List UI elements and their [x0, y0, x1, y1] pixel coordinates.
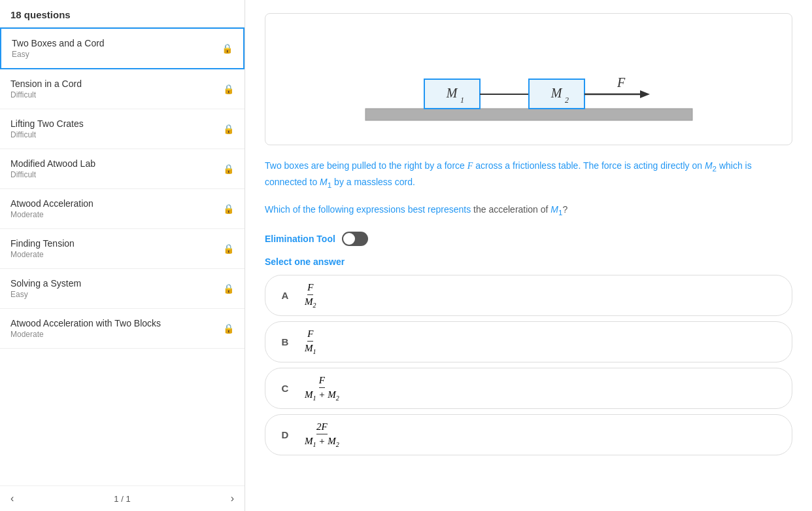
answer-math-c: F M1 + M2: [305, 375, 339, 402]
sidebar-item-title: Two Boxes and a Cord: [12, 38, 105, 48]
answer-option-d[interactable]: D 2F M1 + M2: [265, 414, 792, 455]
sidebar-item-difficulty: Easy: [12, 50, 105, 59]
svg-text:F: F: [617, 75, 626, 90]
desc-text-1: Two boxes are being pulled to the right …: [265, 160, 467, 171]
sidebar-item-tension-cord[interactable]: Tension in a Cord Difficult 🔒: [0, 69, 245, 109]
lock-icon: 🔒: [223, 124, 234, 134]
svg-rect-0: [365, 109, 692, 120]
answer-letter-d: D: [279, 429, 292, 440]
sidebar-item-two-boxes[interactable]: Two Boxes and a Cord Easy 🔒: [0, 27, 245, 69]
page-indicator: 1 / 1: [114, 494, 130, 504]
sidebar-item-title: Modified Atwood Lab: [10, 158, 95, 169]
question-part2: the acceleration of: [471, 204, 550, 215]
prev-arrow[interactable]: ‹: [10, 493, 14, 504]
sidebar-item-atwood-acceleration[interactable]: Atwood Acceleration Moderate 🔒: [0, 189, 245, 229]
next-arrow[interactable]: ›: [231, 493, 234, 504]
svg-text:M: M: [550, 86, 562, 100]
answer-letter-c: C: [279, 383, 292, 394]
diagram-svg: M 1 M 2 F: [346, 27, 712, 132]
svg-text:2: 2: [565, 96, 569, 105]
svg-text:1: 1: [460, 96, 464, 105]
sidebar-item-atwood-two-blocks[interactable]: Atwood Acceleration with Two Blocks Mode…: [0, 309, 245, 349]
sidebar-item-modified-atwood[interactable]: Modified Atwood Lab Difficult 🔒: [0, 149, 245, 189]
select-label-text: Select one answer: [265, 256, 345, 267]
sidebar-item-solving-system[interactable]: Solving a System Easy 🔒: [0, 269, 245, 309]
answer-letter-b: B: [279, 336, 292, 347]
lock-icon: 🔒: [223, 203, 234, 214]
sidebar-item-title: Lifting Two Crates: [10, 118, 84, 129]
sidebar-item-difficulty: Moderate: [10, 210, 93, 219]
desc-text-2: across a frictionless table. The force i…: [473, 160, 705, 171]
sidebar-item-difficulty: Difficult: [10, 130, 84, 139]
answer-option-a[interactable]: A F M2: [265, 275, 792, 316]
sidebar: 18 questions Two Boxes and a Cord Easy 🔒…: [0, 0, 245, 511]
elimination-tool-row: Elimination Tool: [265, 232, 792, 246]
question-part1: Which of the following expressions best …: [265, 204, 471, 215]
question-part3: ?: [563, 204, 568, 215]
answer-letter-a: A: [279, 290, 292, 301]
answer-math-b: F M1: [305, 328, 316, 355]
sidebar-item-title: Solving a System: [10, 278, 81, 289]
sidebar-header: 18 questions: [0, 0, 245, 27]
question-count: 18 questions: [10, 9, 71, 20]
sidebar-item-difficulty: Difficult: [10, 90, 82, 99]
question-M1: M1: [550, 204, 562, 215]
select-answer-label: Select one answer: [265, 256, 792, 267]
answer-math-a: F M2: [305, 282, 316, 309]
main-content: M 1 M 2 F Two boxes are being pulled to …: [245, 0, 812, 511]
answer-option-b[interactable]: B F M1: [265, 321, 792, 362]
problem-description: Two boxes are being pulled to the right …: [265, 158, 792, 192]
answer-math-d: 2F M1 + M2: [305, 421, 339, 448]
svg-text:M: M: [445, 86, 458, 100]
desc-M1: M1: [320, 177, 331, 187]
question-text: Which of the following expressions best …: [265, 202, 792, 219]
sidebar-item-difficulty: Easy: [10, 290, 81, 299]
sidebar-item-title: Atwood Acceleration: [10, 198, 93, 209]
lock-icon: 🔒: [223, 323, 234, 334]
toggle-knob: [343, 233, 355, 245]
physics-diagram: M 1 M 2 F: [265, 13, 792, 145]
svg-marker-9: [640, 90, 650, 98]
sidebar-item-difficulty: Moderate: [10, 250, 75, 259]
lock-icon: 🔒: [223, 283, 234, 294]
sidebar-item-lifting-crates[interactable]: Lifting Two Crates Difficult 🔒: [0, 109, 245, 149]
answer-option-c[interactable]: C F M1 + M2: [265, 368, 792, 409]
desc-text-4: by a massless cord.: [331, 177, 415, 187]
sidebar-item-title: Tension in a Cord: [10, 79, 82, 89]
sidebar-footer: ‹ 1 / 1 ›: [0, 485, 245, 511]
sidebar-list: Two Boxes and a Cord Easy 🔒 Tension in a…: [0, 27, 245, 485]
lock-icon: 🔒: [223, 243, 234, 254]
desc-M2: M2: [705, 160, 717, 171]
sidebar-item-title: Atwood Acceleration with Two Blocks: [10, 318, 161, 328]
lock-icon: 🔒: [223, 164, 234, 174]
elimination-toggle[interactable]: [342, 232, 368, 246]
sidebar-item-difficulty: Moderate: [10, 330, 161, 339]
sidebar-item-finding-tension[interactable]: Finding Tension Moderate 🔒: [0, 229, 245, 269]
sidebar-item-title: Finding Tension: [10, 238, 75, 249]
lock-icon: 🔒: [222, 43, 233, 54]
sidebar-item-difficulty: Difficult: [10, 170, 95, 179]
elimination-label: Elimination Tool: [265, 234, 335, 244]
lock-icon: 🔒: [223, 84, 234, 94]
